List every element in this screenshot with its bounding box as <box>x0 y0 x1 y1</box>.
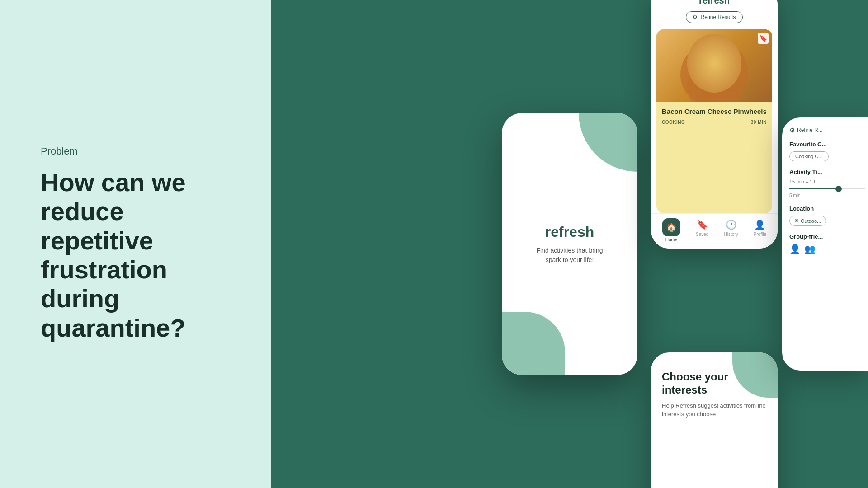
center-app-subtitle: Find activities that bring spark to your… <box>536 246 603 265</box>
center-phone-content: refresh Find activities that bring spark… <box>527 215 612 274</box>
saved-icon: 🔖 <box>697 218 708 231</box>
group-title: Group-frie... <box>789 233 865 240</box>
group-icons: 👤 👥 <box>789 244 865 254</box>
favourite-section: Favourite C... Cooking C... <box>789 141 865 161</box>
nav-home[interactable]: 🏠 Home <box>662 218 680 242</box>
problem-label: Problem <box>41 145 231 157</box>
recipe-time: 30 MIN <box>751 120 767 125</box>
center-app-name: refresh <box>536 224 603 240</box>
filter-icon: ⚙ <box>693 14 698 20</box>
top-right-phone-mockup: refresh ⚙ Refine Results 🔖 Bacon Cream C… <box>651 0 778 249</box>
top-right-header: refresh ⚙ Refine Results <box>651 0 778 29</box>
location-icon: ☀ <box>794 218 799 224</box>
activity-time-section: Activity Ti... 15 min – 1 h 5 min <box>789 169 865 198</box>
recipe-category: COOKING <box>662 120 685 125</box>
left-panel: Problem How can we reduce repetitive fru… <box>0 0 271 488</box>
profile-icon: 👤 <box>754 218 765 231</box>
history-icon: 🕐 <box>726 218 737 231</box>
refine-filter-icon: ⚙ <box>789 127 795 134</box>
slider-thumb <box>835 186 842 192</box>
location-tag[interactable]: ☀ Outdoo... <box>789 216 826 226</box>
nav-saved[interactable]: 🔖 Saved <box>696 218 708 242</box>
location-title: Location <box>789 205 865 212</box>
location-section: Location ☀ Outdoo... <box>789 205 865 226</box>
nav-history[interactable]: 🕐 History <box>724 218 738 242</box>
bookmark-icon[interactable]: 🔖 <box>758 33 769 44</box>
favourite-title: Favourite C... <box>789 141 865 148</box>
refine-results-button[interactable]: ⚙ Refine Results <box>686 11 742 23</box>
center-phone-mockup: refresh Find activities that bring spark… <box>502 113 637 375</box>
choose-subtitle: Help Refresh suggest activities from the… <box>662 401 767 419</box>
home-icon: 🏠 <box>662 218 680 236</box>
slider-fill <box>789 188 839 189</box>
choose-title: Choose your interests <box>662 371 767 397</box>
far-right-panel: ⚙ Refine R... Favourite C... Cooking C..… <box>782 117 868 371</box>
bottom-right-content: Choose your interests Help Refresh sugge… <box>651 352 778 488</box>
slider-labels: 5 min <box>789 193 865 198</box>
group-person-icon[interactable]: 👥 <box>804 244 816 254</box>
refine-row: ⚙ Refine R... <box>789 127 865 134</box>
nav-profile[interactable]: 👤 Profile <box>754 218 766 242</box>
bottom-nav: 🏠 Home 🔖 Saved 🕐 History 👤 Profile <box>651 213 778 249</box>
time-range: 15 min – 1 h <box>789 179 865 184</box>
favourite-tag[interactable]: Cooking C... <box>789 151 829 161</box>
top-right-app-name: refresh <box>658 0 770 6</box>
problem-heading: How can we reduce repetitive frustration… <box>41 168 231 343</box>
recipe-image: 🔖 <box>656 29 772 102</box>
recipe-title: Bacon Cream Cheese Pinwheels <box>662 107 767 116</box>
activity-time-title: Activity Ti... <box>789 169 865 175</box>
recipe-image-placeholder <box>656 29 772 102</box>
bottom-right-phone-mockup: Choose your interests Help Refresh sugge… <box>651 352 778 488</box>
recipe-meta: COOKING 30 MIN <box>662 120 767 125</box>
single-person-icon[interactable]: 👤 <box>789 244 801 254</box>
recipe-info: Bacon Cream Cheese Pinwheels COOKING 30 … <box>656 102 772 130</box>
recipe-card: 🔖 Bacon Cream Cheese Pinwheels COOKING 3… <box>656 29 772 213</box>
group-section: Group-frie... 👤 👥 <box>789 233 865 254</box>
right-panel: refresh Find activities that bring spark… <box>271 0 868 488</box>
time-slider[interactable] <box>789 188 865 189</box>
